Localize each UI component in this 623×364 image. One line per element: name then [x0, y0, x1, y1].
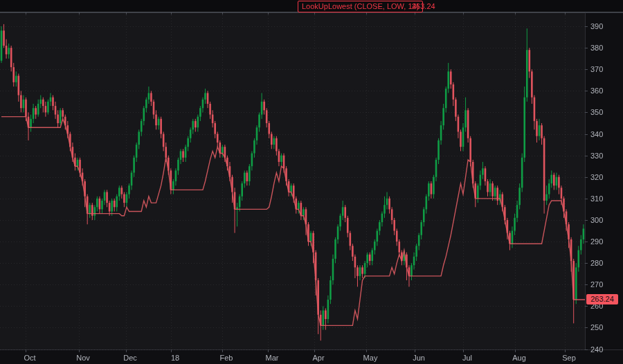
- time-axis-label: Jun: [406, 354, 431, 362]
- price-axis-label: 270: [590, 280, 618, 289]
- price-axis-label: 390: [590, 22, 618, 30]
- time-axis-label: Jul: [455, 354, 480, 362]
- price-axis-label: 300: [590, 216, 618, 224]
- price-axis-label: 310: [590, 194, 618, 203]
- time-axis-label: Feb: [214, 354, 239, 362]
- time-axis-label: Aug: [507, 354, 532, 362]
- price-axis-label: 340: [590, 130, 618, 138]
- price-axis-label: 350: [590, 108, 618, 116]
- time-axis-label: Nov: [71, 354, 96, 362]
- time-axis-label: Apr: [306, 354, 331, 362]
- indicator-price-badge: 263.24: [586, 294, 618, 304]
- indicator-legend[interactable]: LookUpLowest (CLOSE, LOW, 14): [298, 1, 423, 12]
- price-axis-label: 280: [590, 259, 618, 267]
- price-axis-label: 290: [590, 237, 618, 246]
- price-axis-label: 330: [590, 152, 618, 160]
- time-axis-label: Dec: [118, 354, 143, 362]
- indicator-value: 263.24: [412, 2, 435, 11]
- price-axis-label: 250: [590, 323, 618, 331]
- time-axis-top-bar: LookUpLowest (CLOSE, LOW, 14) 263.24: [0, 0, 623, 12]
- price-axis-label: 240: [590, 345, 618, 354]
- price-axis-label: 380: [590, 44, 618, 52]
- price-axis-label: 320: [590, 173, 618, 181]
- time-axis-label: 18: [163, 354, 188, 362]
- time-axis-label: Sep: [557, 354, 581, 362]
- chart-window: LookUpLowest (CLOSE, LOW, 14) 263.24 390…: [0, 0, 623, 364]
- price-chart-canvas[interactable]: [0, 0, 623, 364]
- time-axis-label: Mar: [260, 354, 285, 362]
- time-axis-label: May: [358, 354, 383, 362]
- price-axis-label: 360: [590, 87, 618, 95]
- price-axis-label: 370: [590, 65, 618, 73]
- time-axis-label: Oct: [17, 354, 42, 362]
